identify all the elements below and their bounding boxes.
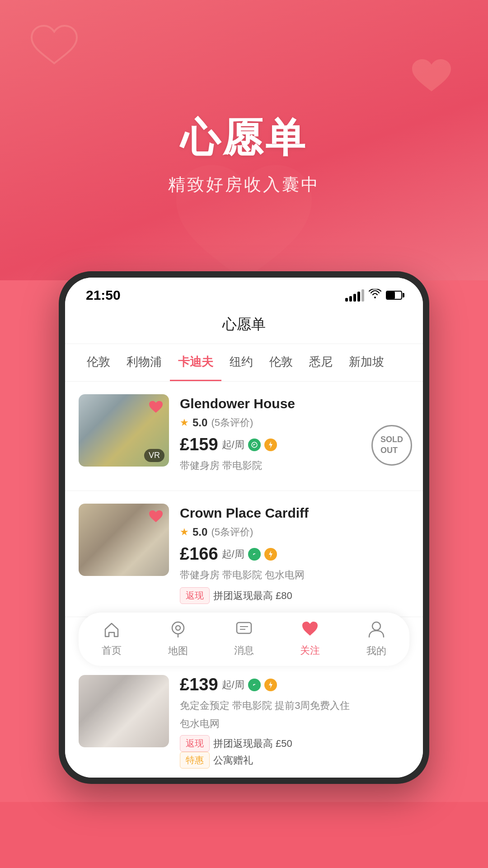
heart-nav-icon [301,621,319,640]
tab-singapore[interactable]: 新加坡 [341,344,392,381]
nav-message-label: 消息 [234,644,254,657]
listing-info-1: Glendower House ★ 5.0 (5条评价) £159 起/周 [180,394,409,478]
nav-message[interactable]: 消息 [234,621,254,657]
nav-home[interactable]: 首页 [102,621,122,657]
price-num-2: £166 [180,544,218,564]
status-time: 21:50 [86,288,121,303]
favorite-button-1[interactable] [147,399,164,416]
nav-home-label: 首页 [102,644,122,657]
favorite-button-2[interactable] [147,508,164,525]
lightning-badge-2 [264,548,277,561]
category-tabs: 伦敦 利物浦 卡迪夫 纽约 伦敦 悉尼 新加坡 [65,344,423,382]
listing-rating-2: ★ 5.0 (5条评价) [180,525,409,539]
rating-count-2: (5条评价) [211,525,253,539]
rating-count-1: (5条评价) [211,416,253,429]
cashback-row-2: 返现 拼团返现最高 £80 [180,587,292,604]
partial-listing-image [79,675,169,747]
svg-point-0 [172,622,184,634]
lightning-badge-partial [264,679,277,691]
lightning-badge-1 [264,439,277,451]
tab-newyork[interactable]: 纽约 [221,344,261,381]
nav-follow[interactable]: 关注 [300,621,320,657]
cashback-badge-2: 返现 [180,587,210,604]
listing-card-1[interactable]: VR Glendower House ★ 5.0 (5条评价) £159 [65,382,423,491]
tab-cardiff[interactable]: 卡迪夫 [170,344,221,381]
message-icon [235,621,253,640]
battery-icon [386,291,402,300]
svg-rect-3 [237,623,251,633]
partial-price: £139 [180,675,218,694]
partial-tags-2: 包水电网 [180,717,409,731]
star-icon-2: ★ [180,526,189,538]
tab-liverpool[interactable]: 利物浦 [118,344,170,381]
price-unit-1: 起/周 [222,438,244,452]
partial-listing-info: £139 起/周 免定金预定 带电影院 提前3周免费入住 包水电网 [180,675,409,769]
listing-tags-1: 带健身房 带电影院 [180,459,409,472]
listing-image-2 [79,504,169,576]
eco-badge-partial [248,679,261,691]
eco-badge-2 [248,548,261,561]
partial-special: 特惠 公寓赠礼 [180,752,253,769]
home-icon [103,621,120,640]
star-icon-1: ★ [180,417,189,429]
listing-rating-1: ★ 5.0 (5条评价) [180,416,409,429]
listing-price-2: £166 起/周 [180,544,409,564]
listing-list: VR Glendower House ★ 5.0 (5条评价) £159 [65,382,423,617]
phone-outer: 21:50 [59,271,429,784]
vr-badge-1: VR [144,449,164,462]
person-icon [368,621,385,641]
hero-section: 心愿单 精致好房收入囊中 [0,0,488,280]
nav-map[interactable]: 地图 [168,621,188,658]
partial-tags-1: 免定金预定 带电影院 提前3周免费入住 [180,699,409,712]
map-icon [170,621,186,641]
bottom-nav: 首页 地图 [79,613,409,666]
nav-profile-label: 我的 [366,644,386,658]
listing-name-1: Glendower House [180,396,409,411]
hero-title: 心愿单 [180,111,308,165]
nav-profile[interactable]: 我的 [366,621,386,658]
wifi-icon [369,289,381,302]
phone-mock: 21:50 [59,271,429,784]
partial-listing-card[interactable]: £139 起/周 免定金预定 带电影院 提前3周免费入住 包水电网 [65,666,423,778]
heart-decoration-tr [411,59,452,96]
price-num-1: £159 [180,435,218,454]
status-bar: 21:50 [65,278,423,307]
phone-inner: 21:50 [65,278,423,778]
cashback-text-2: 拼团返现最高 £80 [213,589,292,603]
tab-sydney[interactable]: 悉尼 [301,344,341,381]
tab-london1[interactable]: 伦敦 [79,344,118,381]
listing-image-1: VR [79,394,169,467]
status-icons [345,289,402,302]
rating-score-2: 5.0 [192,526,207,538]
partial-price-unit: 起/周 [222,678,244,692]
nav-map-label: 地图 [168,644,188,658]
partial-special-text: 公寓赠礼 [213,754,253,767]
sold-out-badge-1: SOLDOUT [371,425,412,466]
listing-tags-2: 带健身房 带电影院 包水电网 [180,568,409,582]
rating-score-1: 5.0 [192,416,207,429]
partial-cashback-badge: 返现 [180,735,210,752]
heart-decoration-tl [29,25,79,70]
partial-cashback-text: 拼团返现最高 £50 [213,737,292,750]
eco-badge-1 [248,439,261,451]
signal-bars-icon [345,289,364,302]
price-unit-2: 起/周 [222,547,244,561]
partial-price-row: £139 起/周 [180,675,409,694]
svg-point-1 [176,626,180,630]
partial-cashback: 返现 拼团返现最高 £50 [180,735,292,752]
tab-london2[interactable]: 伦敦 [261,344,301,381]
heart-decoration-large [172,163,316,280]
page-title: 心愿单 [65,307,423,344]
phone-section: 21:50 [0,271,488,802]
listing-card-2[interactable]: Crown Place Cardiff ★ 5.0 (5条评价) £166 起/… [65,491,423,617]
partial-special-badge: 特惠 [180,752,210,769]
svg-point-6 [372,622,380,630]
nav-follow-label: 关注 [300,644,320,657]
listing-info-2: Crown Place Cardiff ★ 5.0 (5条评价) £166 起/… [180,504,409,604]
listing-name-2: Crown Place Cardiff [180,505,409,521]
